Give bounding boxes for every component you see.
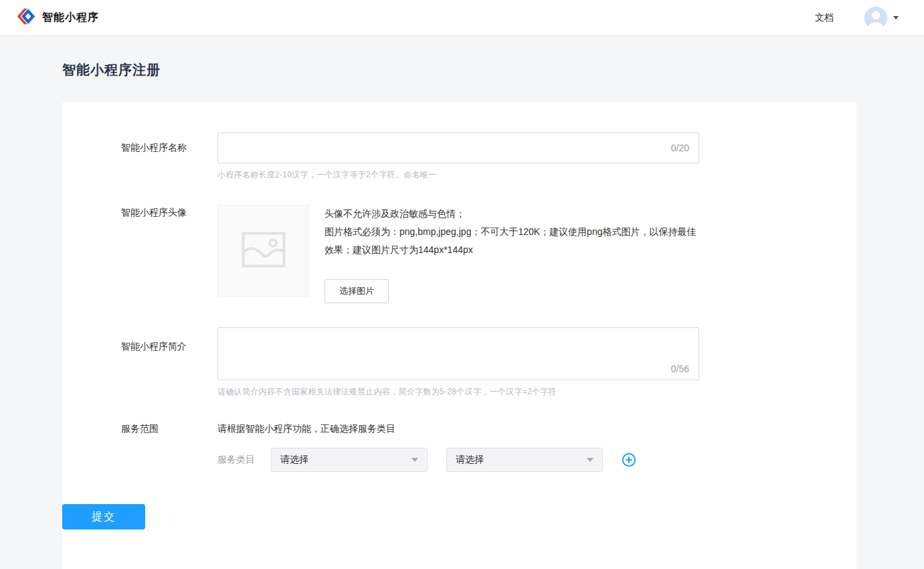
topbar-right: 文档: [815, 7, 899, 29]
page-title: 智能小程序注册: [62, 61, 924, 79]
registration-form-card: 智能小程序名称 0/20 小程序名称长度2-10汉字，一个汉字等于2个字符。命名…: [62, 102, 856, 569]
chevron-down-icon: [893, 16, 899, 19]
category-select-1[interactable]: 请选择: [271, 448, 428, 472]
scope-field-control: 请根据智能小程序功能，正确选择服务类目 服务类目 请选择 请选择: [217, 422, 636, 472]
name-input-wrap: 0/20: [217, 133, 699, 163]
category-select-2[interactable]: 请选择: [446, 448, 603, 472]
intro-field-label: 智能小程序简介: [121, 327, 217, 398]
name-field-control: 0/20 小程序名称长度2-10汉字，一个汉字等于2个字符。命名唯一: [217, 133, 699, 181]
scope-instruction: 请根据智能小程序功能，正确选择服务类目: [217, 422, 636, 435]
docs-link[interactable]: 文档: [815, 12, 834, 24]
top-navbar: 智能小程序 文档: [0, 0, 924, 36]
miniapp-name-input[interactable]: [217, 133, 699, 163]
name-field-label: 智能小程序名称: [121, 133, 217, 181]
scope-field-label: 服务范围: [121, 422, 217, 472]
form-row-intro: 智能小程序简介 0/56 请确认简介内容不含国家相关法律法规禁止内容，简介字数为…: [62, 327, 856, 398]
choose-image-button[interactable]: 选择图片: [325, 279, 389, 303]
avatar-field-label: 智能小程序头像: [121, 205, 217, 303]
miniapp-intro-textarea[interactable]: [217, 327, 699, 380]
category-select-2-value: 请选择: [456, 454, 484, 466]
category-select-row: 服务类目 请选择 请选择: [217, 448, 636, 472]
caret-down-icon: [587, 458, 593, 462]
brand-title: 智能小程序: [42, 11, 99, 25]
smart-miniprogram-logo-icon: [17, 8, 35, 27]
form-row-name: 智能小程序名称 0/20 小程序名称长度2-10汉字，一个汉字等于2个字符。命名…: [62, 133, 856, 181]
submit-button[interactable]: 提交: [62, 504, 145, 530]
image-placeholder-icon: [242, 232, 286, 270]
intro-field-control: 0/56 请确认简介内容不含国家相关法律法规禁止内容，简介字数为5-28个汉字，…: [217, 327, 699, 398]
user-avatar[interactable]: [864, 7, 887, 29]
intro-help-text: 请确认简介内容不含国家相关法律法规禁止内容，简介字数为5-28个汉字，一个汉字=…: [217, 386, 699, 398]
caret-down-icon: [411, 458, 418, 462]
avatar-rule-line-2: 图片格式必须为：png,bmp,jpeg,jpg；不可大于120K；建议使用pn…: [325, 223, 697, 259]
form-row-scope: 服务范围 请根据智能小程序功能，正确选择服务类目 服务类目 请选择 请选择: [62, 422, 856, 472]
brand[interactable]: 智能小程序: [17, 8, 99, 27]
category-label: 服务类目: [217, 454, 255, 466]
avatar-rule-line-1: 头像不允许涉及政治敏感与色情；: [325, 205, 697, 223]
add-category-button[interactable]: [622, 453, 636, 467]
category-select-1-value: 请选择: [280, 454, 308, 466]
avatar-field-control: 头像不允许涉及政治敏感与色情； 图片格式必须为：png,bmp,jpeg,jpg…: [217, 205, 697, 303]
account-menu[interactable]: [864, 7, 899, 29]
form-row-avatar: 智能小程序头像 头像不允许涉及政治敏感与色情； 图片格式必须为：png,bm: [62, 205, 856, 303]
intro-textarea-wrap: 0/56: [217, 327, 699, 380]
avatar-rules-block: 头像不允许涉及政治敏感与色情； 图片格式必须为：png,bmp,jpeg,jpg…: [325, 205, 697, 303]
smart-miniprogram-register-page: 智能小程序 文档 智能小程序注册 智能小程序名称: [0, 0, 924, 569]
plus-circle-icon: [622, 453, 636, 467]
name-help-text: 小程序名称长度2-10汉字，一个汉字等于2个字符。命名唯一: [217, 169, 699, 181]
submit-row: 提交: [62, 504, 856, 530]
avatar-upload-placeholder[interactable]: [217, 205, 309, 297]
